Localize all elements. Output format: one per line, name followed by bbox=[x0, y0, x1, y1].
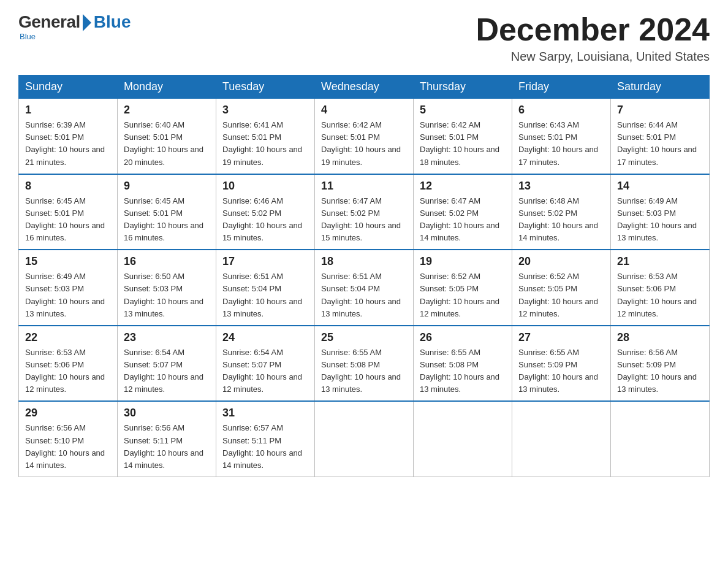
calendar-cell: 5Sunrise: 6:42 AMSunset: 5:01 PMDaylight… bbox=[414, 99, 512, 174]
calendar-cell: 29Sunrise: 6:56 AMSunset: 5:10 PMDayligh… bbox=[19, 401, 118, 477]
day-info: Sunrise: 6:56 AMSunset: 5:09 PMDaylight:… bbox=[617, 347, 703, 396]
calendar-cell: 13Sunrise: 6:48 AMSunset: 5:02 PMDayligh… bbox=[512, 174, 611, 250]
day-number: 29 bbox=[25, 407, 111, 419]
logo-triangle-icon bbox=[83, 14, 91, 31]
day-number: 20 bbox=[518, 255, 604, 268]
calendar-cell bbox=[512, 401, 611, 477]
day-number: 7 bbox=[617, 104, 703, 117]
calendar-cell: 2Sunrise: 6:40 AMSunset: 5:01 PMDaylight… bbox=[118, 99, 216, 174]
calendar-cell: 1Sunrise: 6:39 AMSunset: 5:01 PMDaylight… bbox=[19, 99, 118, 174]
day-info: Sunrise: 6:49 AMSunset: 5:03 PMDaylight:… bbox=[617, 195, 703, 245]
calendar-week-row: 22Sunrise: 6:53 AMSunset: 5:06 PMDayligh… bbox=[19, 326, 710, 402]
day-info: Sunrise: 6:50 AMSunset: 5:03 PMDaylight:… bbox=[124, 270, 210, 320]
day-info: Sunrise: 6:45 AMSunset: 5:01 PMDaylight:… bbox=[124, 195, 210, 245]
month-title: December 2024 bbox=[476, 12, 710, 47]
day-number: 15 bbox=[25, 255, 111, 268]
calendar-cell: 27Sunrise: 6:55 AMSunset: 5:09 PMDayligh… bbox=[512, 326, 611, 402]
day-number: 8 bbox=[25, 180, 111, 193]
day-number: 13 bbox=[518, 180, 604, 193]
calendar-cell: 8Sunrise: 6:45 AMSunset: 5:01 PMDaylight… bbox=[19, 174, 118, 250]
calendar-cell: 17Sunrise: 6:51 AMSunset: 5:04 PMDayligh… bbox=[216, 250, 315, 326]
calendar-cell: 12Sunrise: 6:47 AMSunset: 5:02 PMDayligh… bbox=[414, 174, 512, 250]
day-of-week-header: Friday bbox=[512, 75, 611, 99]
day-number: 25 bbox=[321, 331, 407, 344]
day-of-week-header: Thursday bbox=[414, 75, 512, 99]
calendar-cell: 31Sunrise: 6:57 AMSunset: 5:11 PMDayligh… bbox=[216, 401, 315, 477]
day-number: 3 bbox=[222, 104, 308, 117]
day-info: Sunrise: 6:40 AMSunset: 5:01 PMDaylight:… bbox=[124, 119, 210, 169]
day-of-week-row: SundayMondayTuesdayWednesdayThursdayFrid… bbox=[19, 75, 710, 99]
day-number: 5 bbox=[420, 104, 506, 117]
day-number: 9 bbox=[124, 180, 210, 193]
day-of-week-header: Wednesday bbox=[315, 75, 414, 99]
calendar-body: 1Sunrise: 6:39 AMSunset: 5:01 PMDaylight… bbox=[19, 99, 710, 477]
day-info: Sunrise: 6:47 AMSunset: 5:02 PMDaylight:… bbox=[420, 195, 506, 245]
logo-subtitle: Blue bbox=[20, 32, 36, 41]
day-info: Sunrise: 6:45 AMSunset: 5:01 PMDaylight:… bbox=[25, 195, 111, 245]
day-number: 14 bbox=[617, 180, 703, 193]
calendar-cell: 21Sunrise: 6:53 AMSunset: 5:06 PMDayligh… bbox=[611, 250, 710, 326]
day-number: 4 bbox=[321, 104, 407, 117]
day-info: Sunrise: 6:57 AMSunset: 5:11 PMDaylight:… bbox=[222, 422, 308, 472]
day-number: 23 bbox=[124, 331, 210, 344]
day-info: Sunrise: 6:56 AMSunset: 5:10 PMDaylight:… bbox=[25, 422, 111, 472]
logo-blue-text: Blue bbox=[94, 12, 131, 32]
day-number: 11 bbox=[321, 180, 407, 193]
calendar-cell bbox=[611, 401, 710, 477]
day-number: 24 bbox=[222, 331, 308, 344]
logo-general-text: General bbox=[18, 12, 80, 32]
day-number: 19 bbox=[420, 255, 506, 268]
day-number: 26 bbox=[420, 331, 506, 344]
page-header: General Blue Blue December 2024 New Sarp… bbox=[18, 12, 710, 64]
calendar-week-row: 1Sunrise: 6:39 AMSunset: 5:01 PMDaylight… bbox=[19, 99, 710, 174]
calendar-week-row: 29Sunrise: 6:56 AMSunset: 5:10 PMDayligh… bbox=[19, 401, 710, 477]
calendar-cell: 30Sunrise: 6:56 AMSunset: 5:11 PMDayligh… bbox=[118, 401, 216, 477]
calendar-cell: 3Sunrise: 6:41 AMSunset: 5:01 PMDaylight… bbox=[216, 99, 315, 174]
day-number: 6 bbox=[518, 104, 604, 117]
calendar-cell: 22Sunrise: 6:53 AMSunset: 5:06 PMDayligh… bbox=[19, 326, 118, 402]
logo: General Blue Blue bbox=[18, 12, 131, 41]
day-info: Sunrise: 6:49 AMSunset: 5:03 PMDaylight:… bbox=[25, 270, 111, 320]
day-number: 10 bbox=[222, 180, 308, 193]
day-info: Sunrise: 6:44 AMSunset: 5:01 PMDaylight:… bbox=[617, 119, 703, 169]
day-info: Sunrise: 6:48 AMSunset: 5:02 PMDaylight:… bbox=[518, 195, 604, 245]
title-block: December 2024 New Sarpy, Louisiana, Unit… bbox=[476, 12, 710, 64]
day-number: 1 bbox=[25, 104, 111, 117]
day-number: 22 bbox=[25, 331, 111, 344]
day-number: 28 bbox=[617, 331, 703, 344]
calendar-cell: 24Sunrise: 6:54 AMSunset: 5:07 PMDayligh… bbox=[216, 326, 315, 402]
day-number: 16 bbox=[124, 255, 210, 268]
day-info: Sunrise: 6:53 AMSunset: 5:06 PMDaylight:… bbox=[617, 270, 703, 320]
day-info: Sunrise: 6:55 AMSunset: 5:08 PMDaylight:… bbox=[321, 347, 407, 396]
calendar-cell: 15Sunrise: 6:49 AMSunset: 5:03 PMDayligh… bbox=[19, 250, 118, 326]
day-of-week-header: Tuesday bbox=[216, 75, 315, 99]
calendar-week-row: 8Sunrise: 6:45 AMSunset: 5:01 PMDaylight… bbox=[19, 174, 710, 250]
calendar-cell: 6Sunrise: 6:43 AMSunset: 5:01 PMDaylight… bbox=[512, 99, 611, 174]
day-info: Sunrise: 6:46 AMSunset: 5:02 PMDaylight:… bbox=[222, 195, 308, 245]
calendar-table: SundayMondayTuesdayWednesdayThursdayFrid… bbox=[18, 75, 710, 477]
day-info: Sunrise: 6:41 AMSunset: 5:01 PMDaylight:… bbox=[222, 119, 308, 169]
calendar-cell: 14Sunrise: 6:49 AMSunset: 5:03 PMDayligh… bbox=[611, 174, 710, 250]
calendar-cell: 4Sunrise: 6:42 AMSunset: 5:01 PMDaylight… bbox=[315, 99, 414, 174]
day-number: 27 bbox=[518, 331, 604, 344]
calendar-cell: 9Sunrise: 6:45 AMSunset: 5:01 PMDaylight… bbox=[118, 174, 216, 250]
calendar-cell: 7Sunrise: 6:44 AMSunset: 5:01 PMDaylight… bbox=[611, 99, 710, 174]
day-info: Sunrise: 6:42 AMSunset: 5:01 PMDaylight:… bbox=[420, 119, 506, 169]
day-info: Sunrise: 6:51 AMSunset: 5:04 PMDaylight:… bbox=[321, 270, 407, 320]
day-info: Sunrise: 6:55 AMSunset: 5:09 PMDaylight:… bbox=[518, 347, 604, 396]
location: New Sarpy, Louisiana, United States bbox=[476, 50, 710, 64]
calendar-week-row: 15Sunrise: 6:49 AMSunset: 5:03 PMDayligh… bbox=[19, 250, 710, 326]
day-info: Sunrise: 6:42 AMSunset: 5:01 PMDaylight:… bbox=[321, 119, 407, 169]
calendar-cell: 23Sunrise: 6:54 AMSunset: 5:07 PMDayligh… bbox=[118, 326, 216, 402]
day-info: Sunrise: 6:52 AMSunset: 5:05 PMDaylight:… bbox=[420, 270, 506, 320]
day-number: 12 bbox=[420, 180, 506, 193]
calendar-cell: 28Sunrise: 6:56 AMSunset: 5:09 PMDayligh… bbox=[611, 326, 710, 402]
day-number: 2 bbox=[124, 104, 210, 117]
day-number: 18 bbox=[321, 255, 407, 268]
day-of-week-header: Saturday bbox=[611, 75, 710, 99]
calendar-cell: 16Sunrise: 6:50 AMSunset: 5:03 PMDayligh… bbox=[118, 250, 216, 326]
calendar-cell: 25Sunrise: 6:55 AMSunset: 5:08 PMDayligh… bbox=[315, 326, 414, 402]
day-info: Sunrise: 6:56 AMSunset: 5:11 PMDaylight:… bbox=[124, 422, 210, 472]
calendar-cell: 26Sunrise: 6:55 AMSunset: 5:08 PMDayligh… bbox=[414, 326, 512, 402]
calendar-cell: 18Sunrise: 6:51 AMSunset: 5:04 PMDayligh… bbox=[315, 250, 414, 326]
